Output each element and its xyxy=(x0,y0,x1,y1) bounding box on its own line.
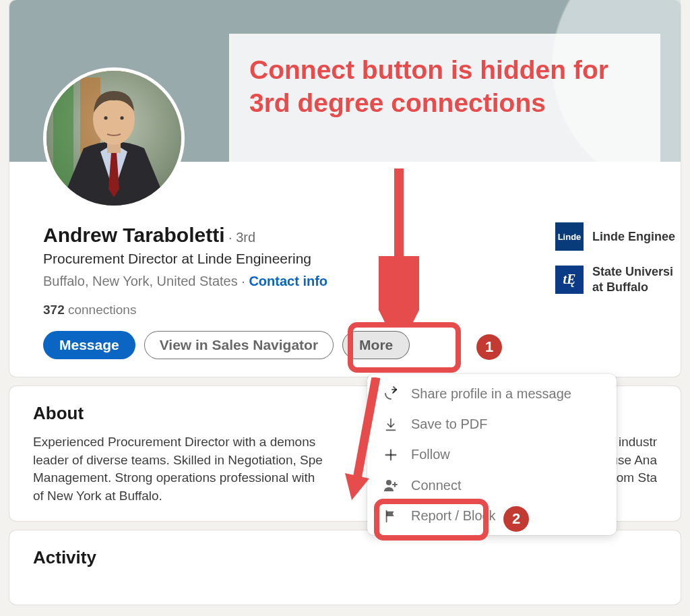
connections-count: 372 xyxy=(43,303,65,317)
company-logo-icon: Linde xyxy=(555,222,584,251)
school-name: State Universiat Buffalo xyxy=(592,264,673,295)
education[interactable]: tĘ State Universiat Buffalo xyxy=(555,264,690,295)
dropdown-save-label: Save to PDF xyxy=(411,417,487,432)
degree-sep: · xyxy=(224,230,236,245)
connections-label: connections xyxy=(65,303,137,317)
action-button-row: Message View in Sales Navigator More xyxy=(43,331,660,359)
sep: · xyxy=(238,274,249,288)
dropdown-share-label: Share profile in a message xyxy=(411,386,571,402)
flag-icon xyxy=(382,509,400,524)
more-dropdown: Share profile in a message Save to PDF F… xyxy=(367,374,617,535)
dropdown-report[interactable]: Report / Block xyxy=(367,501,617,531)
experience-summary: Linde Linde Enginee tĘ State Universiat … xyxy=(555,222,690,308)
message-button[interactable]: Message xyxy=(43,331,135,359)
dropdown-save-pdf[interactable]: Save to PDF xyxy=(367,409,617,439)
dropdown-follow-label: Follow xyxy=(411,447,450,462)
svg-point-5 xyxy=(104,116,107,119)
annotation-step-2: 2 xyxy=(503,506,529,532)
view-sales-navigator-button[interactable]: View in Sales Navigator xyxy=(144,331,334,359)
annotation-step-1: 1 xyxy=(476,334,502,360)
profile-name: Andrew Taraboletti xyxy=(43,224,224,246)
annotation-headline: Connect button is hidden for 3rd degree … xyxy=(249,54,627,120)
more-button[interactable]: More xyxy=(342,331,410,359)
dropdown-share-profile[interactable]: Share profile in a message xyxy=(367,378,617,409)
person-plus-icon xyxy=(382,477,400,493)
dropdown-follow[interactable]: Follow xyxy=(367,439,617,470)
download-icon xyxy=(382,417,400,432)
activity-title: Activity xyxy=(33,547,657,568)
plus-icon xyxy=(382,448,400,462)
connection-degree: 3rd xyxy=(236,230,255,245)
share-arrow-icon xyxy=(382,386,400,402)
dropdown-connect-label: Connect xyxy=(411,478,462,493)
company-name: Linde Enginee xyxy=(592,229,675,245)
school-logo-icon: tĘ xyxy=(555,266,584,294)
svg-point-6 xyxy=(120,116,123,119)
current-company[interactable]: Linde Linde Enginee xyxy=(555,222,690,251)
contact-info-link[interactable]: Contact info xyxy=(249,274,327,288)
dropdown-connect[interactable]: Connect xyxy=(367,470,617,501)
activity-card: Activity xyxy=(9,530,681,605)
svg-point-7 xyxy=(386,480,391,485)
dropdown-report-label: Report / Block xyxy=(411,508,496,524)
profile-location: Buffalo, New York, United States xyxy=(43,274,238,288)
